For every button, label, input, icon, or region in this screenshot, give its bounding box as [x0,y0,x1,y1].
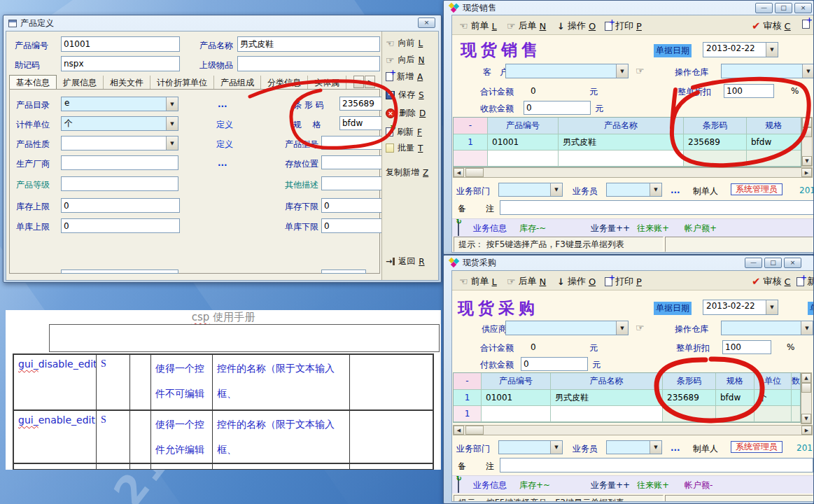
column-header-code[interactable]: 产品编号 [482,373,551,390]
scroll-right-icon[interactable]: ▶ [801,168,812,177]
tab-unit-conversion[interactable]: 计价折算单位 [150,76,214,90]
doc-date-combo[interactable]: 2013-02-22▼ [703,300,778,315]
scroll-right-icon[interactable]: ▶ [801,426,812,435]
discount-input[interactable] [724,84,774,98]
name-cell[interactable]: 男式皮鞋 [559,134,684,150]
spec-cell[interactable] [747,150,801,167]
chevron-down-icon[interactable]: ▼ [650,183,661,196]
doc-date-label[interactable]: 单据日期 [654,44,692,57]
operations-button[interactable]: ↓操作O [557,275,596,288]
chevron-down-icon[interactable]: ▼ [166,117,178,130]
column-header-name[interactable]: 产品名称 [551,373,663,390]
code-cell[interactable] [482,406,551,422]
unit-cell[interactable]: 个 [755,390,792,406]
column-header-unit[interactable]: 单位 [755,373,792,390]
tab-basic-info[interactable]: 基本信息 [9,75,57,89]
scrollbar-track[interactable] [464,168,801,177]
tab-related-files[interactable]: 相关文件 [104,76,150,90]
spec-cell[interactable]: bfdw [716,390,755,406]
chevron-down-icon[interactable]: ▼ [766,43,778,57]
operations-button[interactable]: ↓操作O [557,20,596,32]
nature-define-link[interactable]: 定义 [216,139,233,150]
add-button[interactable]: +新增A [386,71,423,83]
scrollbar-track[interactable] [802,127,812,156]
close-button[interactable]: × [794,3,812,13]
chevron-down-icon[interactable]: ▼ [616,64,628,78]
warehouse-combo[interactable]: ▼ [721,64,814,78]
new-doc-button[interactable]: +新 [797,275,814,288]
tab-entity-attrs[interactable]: 实体属 [308,76,346,90]
batch-button[interactable]: 批量T [386,142,423,154]
doc-date-label[interactable]: 单据日期 [654,302,692,315]
scrollbar-thumb[interactable] [801,383,811,393]
customer-combo[interactable]: ▼ [505,64,629,78]
manufacturer-browse-link[interactable]: ... [218,158,227,168]
scroll-left-icon[interactable]: ◀ [454,168,464,177]
grade-input[interactable] [61,176,178,191]
new-doc-button[interactable]: + [802,20,810,29]
clerk-browse-link[interactable]: ... [671,443,680,453]
barcode-cell[interactable]: 235689 [684,134,747,150]
grid-vertical-scrollbar[interactable]: ▲ ▼ [801,117,813,167]
warehouse-combo[interactable]: ▼ [721,321,813,335]
catalog-browse-link[interactable]: ... [218,99,227,109]
tab-scroll-right-icon[interactable]: ▶ [365,76,375,88]
prev-doc-button[interactable]: ☜前单L [459,20,497,32]
column-header[interactable]: - [454,373,482,390]
dept-combo[interactable]: ▼ [498,440,563,454]
name-cell[interactable]: 男式皮鞋 [551,390,663,406]
audit-button[interactable]: ✔审核C [752,20,791,32]
chevron-down-icon[interactable]: ▼ [550,441,562,454]
clerk-browse-link[interactable]: ... [671,186,680,195]
account-current-link[interactable]: 往来账+ [637,479,669,491]
prev-button[interactable]: ☜向前L [386,37,423,49]
save-button[interactable]: 保存S [386,89,424,101]
catalog-combo[interactable]: e▼ [61,97,178,111]
print-button[interactable]: +打印P [605,20,642,32]
next-doc-button[interactable]: ☞后单N [507,275,546,288]
column-header-spec[interactable]: 规格 [747,118,801,134]
parent-item-input[interactable] [237,56,380,71]
account-balance-link[interactable]: 帐户额- [685,479,713,491]
column-header-barcode[interactable]: 条形码 [684,118,747,134]
clerk-combo[interactable]: ▼ [606,440,662,454]
column-header-name[interactable]: 产品名称 [559,118,684,134]
column-header[interactable]: - [454,118,488,134]
stock-link[interactable]: 库存+~ [519,479,550,491]
return-button[interactable]: →返回R [386,255,425,267]
unit-define-link[interactable]: 定义 [216,119,233,131]
delete-button[interactable]: ×删除D [386,107,426,119]
row-number-cell[interactable]: 1 [454,134,488,150]
note-input[interactable] [500,200,814,215]
qty-cell[interactable] [792,406,800,422]
stock-upper-input[interactable] [61,198,180,213]
grid-vertical-scrollbar[interactable]: ▲ ▼ [801,372,812,424]
column-header-spec[interactable]: 规格 [716,373,755,390]
maximize-button[interactable]: □ [775,3,792,13]
unit-combo[interactable]: 个▼ [61,116,178,131]
spec-cell[interactable] [716,406,755,422]
scroll-up-icon[interactable]: ▲ [802,118,812,127]
manufacturer-input[interactable] [61,155,178,170]
chevron-down-icon[interactable]: ▼ [550,183,562,196]
next-button[interactable]: ☞向后N [386,54,425,66]
tab-classification[interactable]: 分类信息 [261,76,308,90]
row-number-cell[interactable] [454,150,488,167]
column-header-barcode[interactable]: 条形码 [663,373,716,390]
print-button[interactable]: +打印P [605,275,642,288]
grid-horizontal-scrollbar[interactable]: ◀ ▶ [453,425,813,435]
hand-pick-icon[interactable]: ☞ [636,323,645,332]
refresh-button[interactable]: ↻刷新F [386,126,422,138]
account-current-link[interactable]: 往来账+ [637,223,669,234]
scrollbar-thumb[interactable] [465,168,484,177]
scroll-down-icon[interactable]: ▼ [801,414,811,424]
chevron-down-icon[interactable]: ▼ [801,321,813,335]
account-balance-link[interactable]: 帐户额+ [685,223,717,234]
scroll-up-icon[interactable]: ▲ [801,373,811,383]
code-cell[interactable]: 01001 [488,134,559,150]
barcode-cell[interactable] [663,406,716,422]
scrollbar-thumb[interactable] [802,127,812,137]
prev-doc-button[interactable]: ☜前单L [459,275,497,288]
business-info-link[interactable]: 业务信息 [473,479,507,491]
scrollbar-track[interactable] [464,426,801,435]
